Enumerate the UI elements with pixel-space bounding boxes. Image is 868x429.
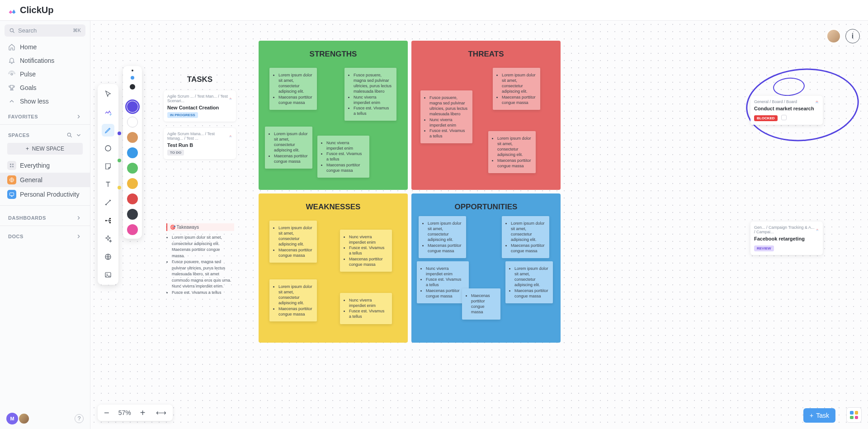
presence-avatar[interactable]	[826, 29, 841, 43]
search-icon	[9, 28, 15, 34]
apps-button[interactable]	[846, 407, 862, 423]
whiteboard-canvas[interactable]: i TASKS	[90, 21, 868, 429]
svg-rect-11	[10, 164, 11, 165]
globe-icon	[104, 253, 112, 261]
quadrant-threats[interactable]: THREATS Lorem ipsum dolor sit amet, cons…	[411, 41, 561, 190]
recent-green[interactable]	[118, 159, 121, 162]
sticky-note[interactable]: Lorem ipsum dolor sit amet, consectetur …	[269, 221, 317, 263]
search-icon[interactable]	[66, 132, 73, 138]
color-blue[interactable]	[127, 147, 138, 158]
svg-point-18	[105, 220, 107, 222]
nav-showless[interactable]: Show less	[0, 94, 90, 108]
zoom-out-button[interactable]: −	[102, 407, 111, 418]
section-docs[interactable]: DOCS	[0, 228, 90, 242]
quadrant-opportunities[interactable]: OPPORTUNITIES Lorem ipsum dolor sit amet…	[411, 193, 561, 343]
task-card-facebook[interactable]: Gen... / Campaign Tracking & A... / Camp…	[750, 222, 823, 255]
sticky-note[interactable]: Lorem ipsum dolor sit amet, consectetur …	[269, 279, 317, 321]
space-everything[interactable]: Everything	[0, 158, 90, 173]
sticky-note[interactable]: Lorem ipsum dolor sit amet, consectetur …	[493, 68, 540, 110]
svg-point-9	[11, 73, 13, 75]
chevron-right-icon	[75, 113, 82, 120]
clickup-task-icon	[104, 108, 112, 116]
tool-note[interactable]	[102, 160, 114, 173]
monitor-icon	[9, 192, 14, 197]
space-general[interactable]: General	[0, 173, 90, 187]
takeaways-block[interactable]: 🎯 Takeaways Lorem ipsum dolor sit amet, …	[166, 223, 234, 296]
image-icon	[104, 271, 112, 279]
color-red[interactable]	[127, 193, 138, 204]
app-logo[interactable]: ClickUp	[7, 5, 53, 15]
search-input[interactable]: Search ⌘K	[5, 24, 85, 37]
sticky-note[interactable]: Fusce posuere, magna sed pulvinar ultric…	[344, 68, 396, 121]
tool-task[interactable]	[102, 106, 114, 118]
color-pink[interactable]	[127, 224, 138, 235]
section-dashboards[interactable]: DASHBOARDS	[0, 209, 90, 224]
task-card-2[interactable]: Agile Scrum Mana... / Test Manag... / Te…	[164, 128, 236, 159]
space-personal[interactable]: Personal Productivity	[0, 187, 90, 202]
tool-web[interactable]	[102, 250, 114, 263]
info-button[interactable]: i	[845, 29, 860, 43]
nav-home[interactable]: Home	[0, 40, 90, 54]
tool-shape[interactable]	[102, 142, 114, 155]
section-favorites[interactable]: FAVORITES	[0, 108, 90, 123]
sticky-note[interactable]: Lorem ipsum dolor sit amet, consectetur …	[265, 127, 312, 169]
tool-mindmap[interactable]	[102, 214, 114, 227]
sticky-note[interactable]: Lorem ipsum dolor sit amet, consectetur …	[502, 216, 549, 258]
color-green[interactable]	[127, 163, 138, 174]
sticky-note[interactable]: Lorem ipsum dolor sit amet, consectetur …	[269, 68, 317, 110]
user-avatar-initial[interactable]: M	[6, 413, 18, 424]
tool-ai[interactable]	[102, 232, 114, 245]
stroke-size-medium[interactable]	[131, 76, 134, 80]
checkbox-icon[interactable]	[781, 115, 787, 120]
color-white[interactable]	[127, 117, 138, 127]
sticky-note[interactable]: Lorem ipsum dolor sit amet, consectetur …	[419, 216, 466, 258]
quadrant-weaknesses[interactable]: WEAKNESSES Lorem ipsum dolor sit amet, c…	[259, 193, 408, 343]
task-card-1[interactable]: Agile Scrum ... / Test Man... / Test Sce…	[164, 90, 236, 122]
user-avatar-photo[interactable]	[18, 413, 30, 424]
takeaways-header: 🎯 Takeaways	[166, 223, 234, 231]
sticky-note-icon	[104, 162, 112, 170]
sticky-note[interactable]: Nunc viverra imperdiet enimFusce est. Vi…	[340, 230, 392, 272]
chevron-up-icon	[8, 98, 15, 105]
stroke-size-large[interactable]	[130, 84, 135, 90]
sticky-note[interactable]: Lorem ipsum dolor sit amet, consectetur …	[505, 261, 553, 303]
color-purple[interactable]	[127, 101, 138, 112]
help-button[interactable]: ?	[75, 414, 84, 423]
color-yellow[interactable]	[127, 178, 138, 189]
sticky-note[interactable]: Maecenas porttitor congue massa	[462, 288, 500, 320]
tasks-column: TASKS Agile Scrum ... / Test Man... / Te…	[164, 75, 236, 165]
toolbar	[98, 84, 118, 285]
stroke-size-small[interactable]	[132, 70, 133, 71]
fit-width-button[interactable]: ⟷	[154, 408, 168, 417]
pen-icon	[104, 126, 112, 134]
recent-yellow[interactable]	[118, 186, 121, 189]
nav-notifications[interactable]: Notifications	[0, 54, 90, 67]
chevron-right-icon	[75, 233, 82, 240]
zoom-in-button[interactable]: +	[138, 407, 147, 418]
nav-pulse[interactable]: Pulse	[0, 67, 90, 81]
task-card-research[interactable]: General / Board / Board Conduct market r…	[750, 96, 823, 125]
tool-pen[interactable]	[102, 124, 114, 137]
search-kbd: ⌘K	[73, 28, 81, 33]
tool-connector[interactable]	[102, 196, 114, 209]
nav-goals[interactable]: Goals	[0, 81, 90, 94]
new-space-button[interactable]: + NEW SPACE	[7, 143, 83, 155]
sticky-note[interactable]: Lorem ipsum dolor sit amet, consectetur …	[488, 131, 536, 173]
tool-select[interactable]	[102, 88, 114, 100]
color-black[interactable]	[127, 209, 138, 220]
tool-text[interactable]	[102, 178, 114, 191]
sticky-note[interactable]: Fusce posuere, magna sed pulvinar ultric…	[420, 90, 472, 143]
recent-purple[interactable]	[118, 132, 121, 135]
bell-icon	[8, 57, 15, 64]
new-task-fab[interactable]: +Task	[803, 408, 835, 423]
quadrant-strengths[interactable]: STRENGTHS Lorem ipsum dolor sit amet, co…	[259, 41, 408, 190]
priority-icon	[229, 134, 232, 138]
sticky-note[interactable]: Nunc viverra imperdiet enimFusce est. Vi…	[340, 293, 392, 324]
priority-icon	[229, 96, 232, 101]
svg-point-21	[109, 222, 111, 223]
sticky-note[interactable]: Nunc viverra imperdiet enimFusce est. Vi…	[317, 136, 369, 178]
sticky-note[interactable]: Nunc viverra imperdiet enimFusce est. Vi…	[417, 261, 469, 303]
chevron-down-icon[interactable]	[75, 132, 82, 138]
color-tan[interactable]	[127, 132, 138, 143]
tool-image[interactable]	[102, 269, 114, 281]
